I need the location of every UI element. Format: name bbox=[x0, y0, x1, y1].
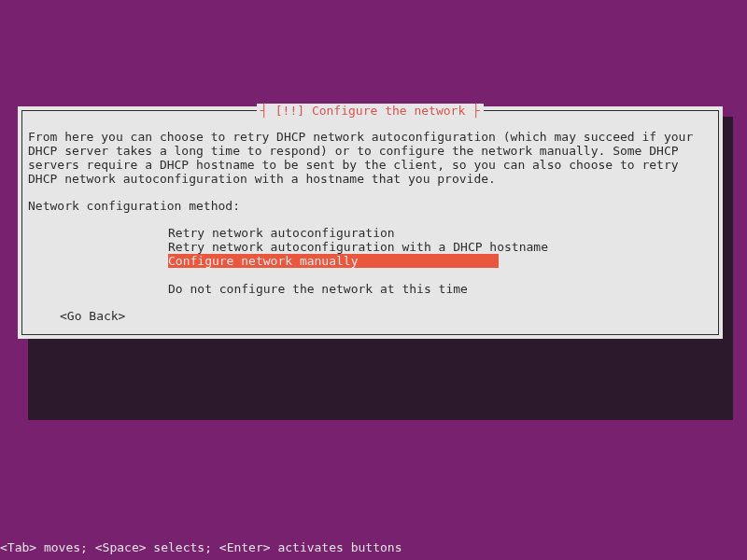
dialog-title: ┤ [!!] Configure the network ├ bbox=[257, 104, 484, 118]
option-do-not-configure[interactable]: Do not configure the network at this tim… bbox=[168, 282, 712, 296]
dialog-prompt: Network configuration method: bbox=[28, 199, 712, 213]
footer-hint: <Tab> moves; <Space> selects; <Enter> ac… bbox=[0, 540, 402, 554]
dialog-description: From here you can choose to retry DHCP n… bbox=[28, 130, 712, 186]
option-spacer bbox=[168, 268, 712, 282]
option-list: Retry network autoconfiguration Retry ne… bbox=[168, 226, 712, 296]
option-retry-autoconfig-hostname[interactable]: Retry network autoconfiguration with a D… bbox=[168, 240, 712, 254]
go-back-button[interactable]: <Go Back> bbox=[60, 309, 712, 323]
option-retry-autoconfig[interactable]: Retry network autoconfiguration bbox=[168, 226, 712, 240]
configure-network-dialog: ┤ [!!] Configure the network ├ From here… bbox=[18, 106, 723, 339]
option-configure-manually[interactable]: Configure network manually bbox=[168, 254, 499, 268]
dialog-inner: ┤ [!!] Configure the network ├ From here… bbox=[21, 110, 719, 335]
dialog-title-wrap: ┤ [!!] Configure the network ├ bbox=[22, 104, 718, 118]
